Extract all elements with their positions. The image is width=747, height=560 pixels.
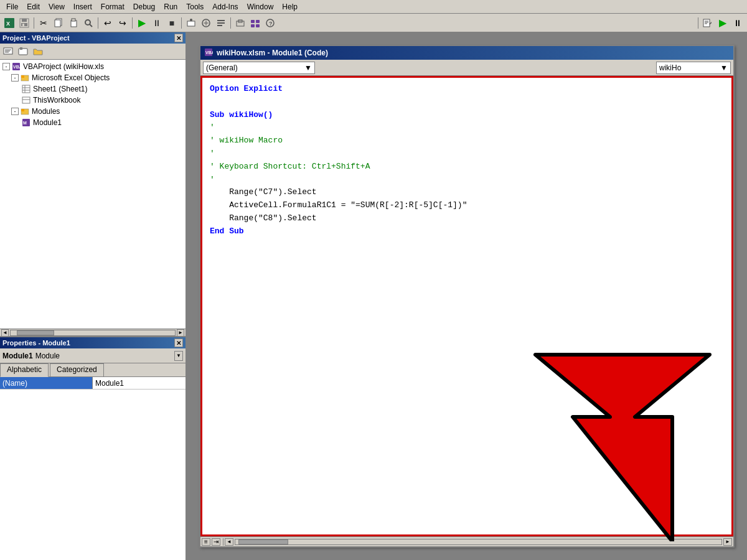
properties-title-bar: Properties - Module1 ✕ xyxy=(0,337,186,348)
modules-icon xyxy=(20,106,30,116)
menu-format[interactable]: Format xyxy=(97,1,128,12)
stop-right-btn[interactable]: ⏸ xyxy=(731,16,745,30)
sheet1-label: Sheet1 (Sheet1) xyxy=(33,85,87,93)
project-close-btn[interactable]: ✕ xyxy=(174,34,183,42)
run-green-btn[interactable]: ▶ xyxy=(716,16,730,30)
excel-icon-btn[interactable]: X xyxy=(2,16,16,30)
menu-edit[interactable]: Edit xyxy=(23,1,44,12)
hscroll-left-btn[interactable]: ◄ xyxy=(225,538,233,546)
debug-btn[interactable] xyxy=(184,16,198,30)
scroll-right-btn[interactable]: ► xyxy=(177,329,184,337)
props-dropdown[interactable]: ▼ xyxy=(174,351,183,361)
props-tabs: Alphabetic Categorized xyxy=(0,363,186,377)
vbaproject-label: VBAProject (wikiHow.xls xyxy=(23,62,104,71)
menu-view[interactable]: View xyxy=(45,1,68,12)
undo-btn[interactable]: ↩ xyxy=(101,16,115,30)
menu-insert[interactable]: Insert xyxy=(70,1,96,12)
code-area[interactable]: Option Explicit Sub wikiHow() ' ' wikiHo… xyxy=(200,76,733,536)
project-title: Project - VBAProject xyxy=(2,34,70,42)
cut-btn[interactable]: ✂ xyxy=(37,16,50,30)
expand-vbaproject[interactable]: - xyxy=(2,63,10,70)
object-browser-btn[interactable] xyxy=(199,16,213,30)
properties-close-btn[interactable]: ✕ xyxy=(174,338,183,347)
svg-rect-20 xyxy=(237,21,244,26)
excel-objects-label: Microsoft Excel Objects xyxy=(32,73,110,82)
toolbar-sep-right xyxy=(698,17,698,29)
props-module-label: Module1 xyxy=(2,352,33,360)
view-object-btn[interactable] xyxy=(16,45,30,58)
tab-categorized[interactable]: Categorized xyxy=(50,363,104,376)
svg-text:M: M xyxy=(23,121,27,125)
dropdown-left-arrow: ▼ xyxy=(304,63,312,72)
svg-rect-46 xyxy=(22,97,30,103)
scroll-code-indent[interactable]: ⇥ xyxy=(212,538,220,546)
svg-point-10 xyxy=(85,20,90,25)
toolbox-btn[interactable] xyxy=(233,16,247,30)
menu-run[interactable]: Run xyxy=(160,1,181,12)
menu-debug[interactable]: Debug xyxy=(129,1,159,12)
svg-text:VBA: VBA xyxy=(205,50,213,55)
find-btn[interactable] xyxy=(82,16,95,30)
props-row-name: (Name) Module1 xyxy=(0,377,186,390)
menu-window[interactable]: Window xyxy=(243,1,278,12)
menu-file[interactable]: File xyxy=(2,1,22,12)
svg-rect-24 xyxy=(251,24,255,27)
menu-tools[interactable]: Tools xyxy=(182,1,207,12)
scroll-left-btn[interactable]: ◄ xyxy=(1,329,9,337)
menu-help[interactable]: Help xyxy=(278,1,301,12)
code-hscroll: ≡ ⇥ ◄ ► xyxy=(200,536,733,546)
props-key-name[interactable]: (Name) xyxy=(0,377,93,389)
code-line-tick2: ' xyxy=(210,147,724,161)
toggle-folders-btn[interactable] xyxy=(31,45,45,58)
scroll-code-left[interactable]: ≡ xyxy=(202,538,210,546)
code-line-endsub: End Sub xyxy=(210,225,724,238)
redo-btn[interactable]: ↪ xyxy=(116,16,129,30)
stop-btn[interactable]: ■ xyxy=(165,16,179,30)
sheet1-icon xyxy=(21,84,31,94)
hscroll-track[interactable] xyxy=(235,539,722,545)
code-line-shortcut: ' Keyboard Shortcut: Ctrl+Shift+A xyxy=(210,161,724,174)
props-content: (Name) Module1 xyxy=(0,377,186,560)
copy-btn[interactable] xyxy=(52,16,65,30)
run-btn[interactable]: ▶ xyxy=(135,16,149,30)
props-val-name[interactable]: Module1 xyxy=(93,377,186,389)
tab-alphabetic[interactable]: Alphabetic xyxy=(0,363,49,377)
properties-btn[interactable] xyxy=(214,16,228,30)
save-btn[interactable] xyxy=(17,16,31,30)
tree-thisworkbook[interactable]: ThisWorkbook xyxy=(1,95,184,106)
svg-rect-41 xyxy=(21,75,24,78)
tree-vbaproject[interactable]: - VBA VBAProject (wikiHow.xls xyxy=(1,61,184,72)
svg-rect-25 xyxy=(256,24,260,27)
props-module-bar: Module1 Module ▼ xyxy=(0,348,186,363)
paste-btn[interactable] xyxy=(67,16,80,30)
vba-icon: VBA xyxy=(11,62,21,72)
expand-modules[interactable]: - xyxy=(11,108,19,115)
svg-rect-22 xyxy=(251,20,255,23)
code-line-blank1 xyxy=(210,96,724,109)
expand-excel-objects[interactable]: - xyxy=(11,74,19,82)
code-line-range2: Range("C8").Select xyxy=(210,212,724,225)
project-title-bar: Project - VBAProject ✕ xyxy=(0,32,186,44)
svg-rect-42 xyxy=(22,85,30,93)
tree-modules[interactable]: - Modules xyxy=(1,106,184,117)
properties-title: Properties - Module1 xyxy=(2,339,70,347)
dropdown-left-label: (General) xyxy=(206,63,238,72)
more-btn2[interactable]: ? xyxy=(263,16,277,30)
tree-excel-objects[interactable]: - Microsoft Excel Objects xyxy=(1,72,184,83)
code-line-tick3: ' xyxy=(210,174,724,187)
tree-sheet1[interactable]: Sheet1 (Sheet1) xyxy=(1,83,184,95)
menu-addins[interactable]: Add-Ins xyxy=(209,1,242,12)
tree-module1[interactable]: M Module1 xyxy=(1,117,184,128)
project-tree: - VBA VBAProject (wikiHow.xls - xyxy=(0,60,186,329)
toolbar: X ✂ ↩ ↪ ▶ ⏸ ■ xyxy=(0,14,747,32)
hscroll-right-btn[interactable]: ► xyxy=(723,538,732,546)
dropdown-right-arrow: ▼ xyxy=(720,63,728,72)
view-code-btn[interactable] xyxy=(1,45,15,58)
pause-btn[interactable]: ⏸ xyxy=(150,16,164,30)
project-scrollbar[interactable]: ◄ ► xyxy=(0,329,186,336)
code-dropdown-right[interactable]: wikiHo ▼ xyxy=(656,62,731,74)
macro-edit-btn[interactable] xyxy=(701,16,715,30)
code-dropdown-left[interactable]: (General) ▼ xyxy=(203,62,315,74)
more-btn1[interactable] xyxy=(248,16,262,30)
svg-rect-7 xyxy=(55,20,60,27)
